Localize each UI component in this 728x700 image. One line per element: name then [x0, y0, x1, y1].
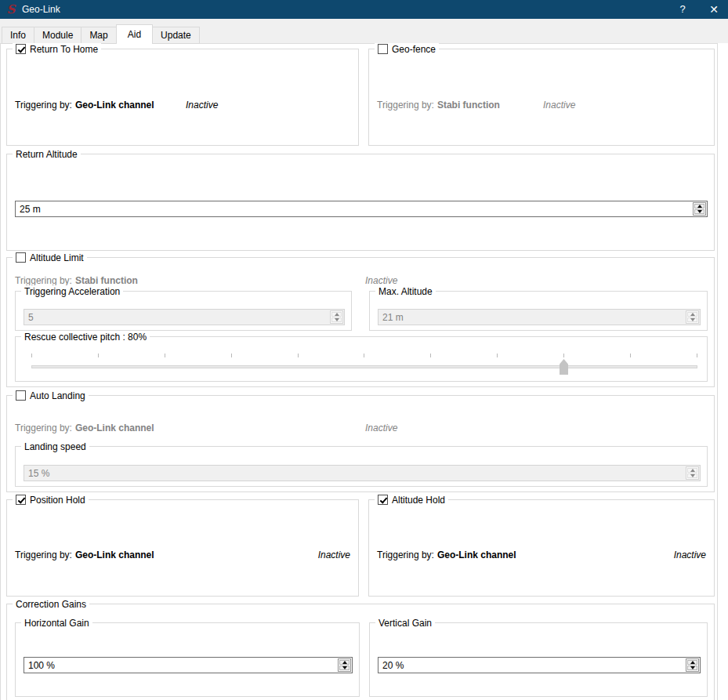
altitude-limit-checkbox[interactable]: [16, 252, 26, 263]
return-altitude-label: Return Altitude: [16, 149, 78, 160]
geo-fence-status: Inactive: [543, 100, 575, 111]
altitude-hold-triggering: Triggering by:Geo-Link channel: [377, 549, 516, 561]
horizontal-gain-label: Horizontal Gain: [24, 618, 89, 629]
vertical-gain-spinner: [686, 658, 699, 672]
auto-landing-label: Auto Landing: [30, 390, 85, 401]
spin-up-button: [687, 468, 697, 473]
altitude-hold-label: Altitude Hold: [392, 495, 445, 506]
group-position-hold: Position Hold Triggering by:Geo-Link cha…: [6, 499, 359, 597]
horizontal-gain-input[interactable]: 100 %: [24, 657, 353, 673]
auto-landing-status: Inactive: [365, 423, 397, 434]
group-auto-landing: Auto Landing Triggering by:Geo-Link chan…: [6, 395, 715, 492]
tab-info[interactable]: Info: [2, 27, 34, 44]
position-hold-checkbox[interactable]: [16, 495, 26, 505]
spin-up-button[interactable]: [687, 660, 697, 665]
group-correction-gains: Correction Gains Horizontal Gain 100 % V…: [6, 604, 715, 700]
slider-tick: [697, 354, 697, 357]
help-button[interactable]: ?: [672, 0, 694, 19]
arrow-down-icon: [342, 666, 347, 669]
tab-aid[interactable]: Aid: [116, 24, 153, 44]
max-altitude-spinner: [686, 310, 699, 324]
group-return-to-home: Return To Home Triggering by:Geo-Link ch…: [6, 49, 359, 146]
slider-ticks: [31, 354, 697, 358]
group-max-altitude: Max. Altitude 21 m: [369, 291, 708, 331]
group-geo-fence: Geo-fence Triggering by:Stabi function I…: [368, 49, 715, 146]
triggering-acceleration-label: Triggering Acceleration: [24, 286, 120, 297]
slider-tick: [630, 354, 631, 357]
group-landing-speed: Landing speed 15 %: [15, 446, 708, 487]
tab-bar: InfoModuleMapAidUpdate: [2, 24, 199, 44]
triggering-acceleration-input: 5: [24, 309, 345, 325]
correction-gains-label: Correction Gains: [16, 599, 86, 610]
return-to-home-status: Inactive: [186, 100, 218, 111]
position-hold-status: Inactive: [318, 549, 350, 561]
return-altitude-spinner: [693, 202, 706, 216]
spin-down-button: [687, 317, 697, 322]
group-altitude-limit: Altitude Limit Triggering by:Stabi funct…: [6, 257, 715, 387]
return-to-home-checkbox[interactable]: [16, 44, 26, 54]
geo-fence-checkbox[interactable]: [378, 44, 388, 54]
position-hold-label: Position Hold: [30, 495, 85, 506]
tab-update[interactable]: Update: [152, 27, 200, 44]
title-bar: S Geo-Link ? ✕: [0, 0, 728, 19]
triggering-acceleration-value: 5: [28, 312, 34, 323]
return-to-home-label: Return To Home: [30, 44, 98, 55]
rescue-pitch-label: Rescue collective pitch : 80%: [24, 332, 147, 343]
group-return-altitude: Return Altitude 25 m: [6, 154, 715, 251]
altitude-hold-checkbox[interactable]: [378, 495, 388, 505]
slider-rail: [31, 359, 697, 375]
slider-tick: [98, 354, 99, 357]
rescue-pitch-slider-thumb: [560, 359, 568, 375]
vertical-gain-input[interactable]: 20 %: [378, 657, 701, 673]
slider-tick: [364, 354, 364, 357]
spin-down-button[interactable]: [339, 666, 350, 670]
close-button[interactable]: ✕: [703, 0, 725, 19]
horizontal-gain-spinner: [338, 658, 351, 672]
spin-down-button: [687, 473, 697, 478]
spin-down-button[interactable]: [687, 666, 697, 670]
spin-up-button: [331, 312, 342, 317]
arrow-up-icon: [690, 313, 695, 316]
arrow-up-icon: [690, 469, 695, 472]
slider-tick: [563, 354, 564, 357]
group-triggering-acceleration: Triggering Acceleration 5: [15, 291, 352, 331]
group-altitude-hold: Altitude Hold Triggering by:Geo-Link cha…: [368, 499, 715, 597]
arrow-up-icon: [342, 661, 347, 664]
altitude-limit-label: Altitude Limit: [30, 252, 84, 263]
landing-speed-value: 15 %: [28, 468, 49, 479]
group-rescue-pitch: Rescue collective pitch : 80%: [15, 336, 708, 382]
geo-fence-triggering: Triggering by:Stabi function: [377, 100, 500, 111]
spin-up-button[interactable]: [694, 204, 704, 209]
arrow-down-icon: [690, 474, 695, 477]
slider-tick: [31, 354, 32, 357]
arrow-down-icon: [690, 318, 695, 321]
arrow-down-icon: [690, 666, 695, 669]
app-icon[interactable]: S: [5, 3, 17, 16]
arrow-down-icon: [697, 210, 702, 213]
tab-module[interactable]: Module: [34, 27, 81, 44]
tab-map[interactable]: Map: [81, 27, 116, 44]
window-title: Geo-Link: [22, 4, 60, 15]
slider-tick: [165, 354, 165, 357]
slider-tick: [430, 354, 431, 357]
arrow-up-icon: [335, 313, 339, 316]
max-altitude-label: Max. Altitude: [378, 286, 433, 297]
arrow-up-icon: [697, 205, 702, 208]
geo-fence-label: Geo-fence: [392, 44, 436, 55]
return-to-home-triggering: Triggering by:Geo-Link channel: [15, 100, 154, 111]
landing-speed-label: Landing speed: [24, 441, 86, 452]
vertical-gain-value: 20 %: [382, 660, 404, 671]
landing-speed-input: 15 %: [24, 465, 701, 481]
group-vertical-gain: Vertical Gain 20 %: [369, 622, 708, 697]
triggering-acceleration-spinner: [330, 310, 343, 324]
return-altitude-input[interactable]: 25 m: [15, 201, 708, 217]
slider-tick: [298, 354, 299, 357]
auto-landing-triggering: Triggering by:Geo-Link channel: [15, 423, 154, 434]
spin-up-button[interactable]: [339, 660, 350, 665]
horizontal-gain-value: 100 %: [28, 660, 55, 671]
auto-landing-checkbox[interactable]: [16, 390, 26, 401]
return-altitude-value: 25 m: [20, 204, 41, 215]
arrow-up-icon: [690, 661, 695, 664]
spin-down-button[interactable]: [694, 209, 704, 214]
group-horizontal-gain: Horizontal Gain 100 %: [15, 622, 360, 697]
